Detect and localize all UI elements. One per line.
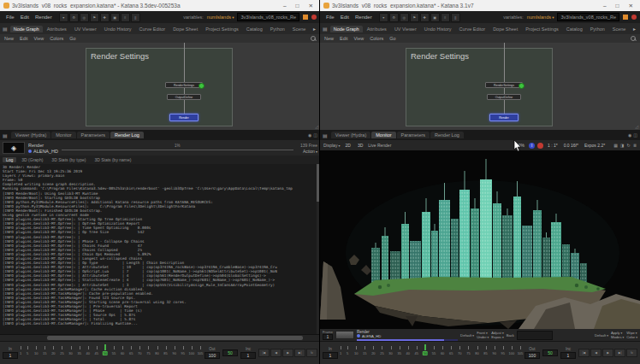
render-node-field[interactable]: 3v3Islands_v08_rocks_Re — [557, 13, 619, 21]
pane-resize-handle[interactable]: ◿ — [635, 124, 638, 129]
add-icon[interactable]: ✚ — [420, 13, 430, 22]
split-view-icon[interactable]: ◨ — [620, 143, 625, 148]
step-back-icon[interactable]: ◀ — [590, 349, 601, 357]
timeline-ruler[interactable]: 1510152025303540455055606570758085909510… — [341, 344, 522, 361]
stop-render-icon[interactable] — [311, 15, 317, 20]
add-icon[interactable]: ✚ — [100, 13, 110, 22]
action-dropdown[interactable]: Action — [303, 149, 317, 154]
nodegraph-menu-item[interactable]: Colors — [50, 36, 63, 41]
current-frame-marker[interactable] — [424, 344, 426, 350]
pane-tab[interactable]: Python — [267, 26, 288, 32]
view-flag-dot[interactable] — [519, 83, 524, 89]
render-thumbnail[interactable]: ◈ — [3, 142, 25, 154]
panel-tab[interactable]: Parameters — [77, 132, 110, 138]
timeline-ruler[interactable]: 1510152025303540455055606570758085909510… — [21, 344, 202, 361]
tab-overflow-icon[interactable]: ▸ — [631, 26, 637, 32]
minimize-button[interactable]: – — [280, 3, 290, 9]
panel-tab[interactable]: Render Log — [430, 132, 464, 138]
pane-tab[interactable]: Node Graph — [330, 26, 363, 32]
catalog-empty-slot[interactable] — [517, 331, 553, 340]
variables-dropdown[interactable]: numIslands — [205, 15, 236, 20]
pane-tab[interactable]: Catalog — [563, 26, 586, 32]
pane-tab[interactable]: Node Graph — [10, 26, 43, 32]
log-tab[interactable]: 3D Stats (by name) — [91, 157, 134, 162]
pane-tab[interactable]: Catalog — [243, 26, 266, 32]
back-label[interactable]: Back — [507, 333, 514, 338]
play-icon[interactable]: ▶ — [602, 349, 613, 357]
log-tab[interactable]: 3D (Graph) — [18, 157, 46, 162]
view-flag-dot[interactable] — [199, 83, 204, 89]
exposure-value[interactable]: 0.0 16f* — [562, 143, 580, 148]
pane-tab[interactable]: Project Settings — [202, 26, 242, 32]
split-pane-icon[interactable]: ◫ — [313, 132, 317, 138]
gear-icon[interactable]: ⚙ — [389, 13, 399, 22]
flipbook-icon[interactable]: ▦ — [613, 143, 618, 148]
pin-icon[interactable]: ◉ — [308, 132, 311, 138]
list-icon[interactable]: ≡ — [441, 13, 450, 22]
mode-2d-button[interactable]: 2D — [344, 143, 353, 148]
mode-3d-button[interactable]: 3D — [356, 143, 364, 148]
in-frame-field[interactable]: In 1 — [3, 347, 18, 359]
stop-render-button[interactable] — [537, 143, 543, 149]
jump-end-icon[interactable]: ▶| — [294, 349, 305, 357]
pause-render-icon[interactable]: || — [451, 13, 460, 22]
nodegraph-menu-item[interactable]: Go — [389, 36, 395, 41]
titlebar[interactable]: 3v3Islands_v08_rocks_expansion.katana* -… — [320, 0, 640, 11]
current-frame-field[interactable]: 50 — [542, 349, 558, 356]
panel-tab[interactable]: Viewer (Hydra) — [11, 132, 51, 138]
menu-item[interactable]: Render — [353, 15, 375, 20]
titlebar[interactable]: 3v3Islands_v08_rocks_expansion.katana* -… — [0, 0, 320, 11]
minimize-button[interactable]: – — [600, 3, 610, 9]
panel-tab[interactable]: Parameters — [397, 132, 430, 138]
jump-start-icon[interactable]: |◀ — [258, 349, 270, 357]
frame-field[interactable]: Frame 1 — [323, 330, 333, 340]
expos-dropdown[interactable]: Expos — [491, 335, 503, 339]
pane-menu-icon[interactable]: ▤ — [3, 132, 8, 138]
display-dropdown[interactable]: Display — [323, 143, 341, 148]
variables-dropdown[interactable]: numIslands — [525, 15, 556, 20]
out-frame-field[interactable]: Out 100 — [204, 347, 220, 359]
layers-icon[interactable]: ≣ — [633, 143, 637, 148]
pause-render-icon[interactable]: || — [131, 13, 140, 22]
menu-item[interactable]: File — [323, 15, 337, 20]
pane-tab[interactable]: Project Settings — [522, 26, 562, 32]
list-icon[interactable]: ≡ — [121, 13, 130, 22]
in-frame-field[interactable]: In 1 — [323, 347, 338, 359]
jump-start-icon[interactable]: |◀ — [578, 349, 590, 357]
render-catalog-entry[interactable]: Render ALENA_HD — [357, 330, 458, 341]
pane-tab[interactable]: Python — [587, 26, 608, 32]
render-log-output[interactable]: 3D Render: RenderStart Time: Fri Dec 13 … — [0, 164, 320, 334]
nodegraph-menu-item[interactable]: New — [324, 36, 334, 41]
monitor-viewport[interactable] — [320, 150, 640, 329]
close-button[interactable]: ✕ — [305, 3, 317, 9]
maximize-button[interactable]: □ — [613, 3, 623, 9]
nodegraph-menu-item[interactable]: View — [354, 36, 364, 41]
node-graph-canvas[interactable]: Render Settings RenderSettings OutputDef… — [320, 43, 640, 130]
node-rendersettings[interactable]: RenderSettings — [485, 82, 523, 88]
compare-default-dropdown[interactable]: Default — [595, 333, 608, 338]
grid-icon[interactable]: ▣ — [430, 13, 440, 22]
node-rendersettings[interactable]: RenderSettings — [165, 82, 203, 88]
pane-menu-icon[interactable]: ▤ — [323, 26, 328, 32]
pane-tab[interactable]: Scene — [289, 26, 310, 32]
pane-menu-icon[interactable]: ▤ — [3, 26, 8, 32]
stop-render-icon[interactable] — [631, 15, 637, 20]
nodegraph-menu-item[interactable]: View — [34, 36, 44, 41]
panel-tab[interactable]: Render Log — [110, 132, 144, 138]
loop-icon[interactable]: ↻ — [306, 349, 317, 357]
node-dropdown-icon[interactable]: ▾ — [379, 13, 388, 22]
maximize-button[interactable]: □ — [293, 3, 303, 9]
nodegraph-menu-item[interactable]: Edit — [20, 36, 27, 41]
node-dropdown-icon[interactable]: ▾ — [59, 13, 68, 22]
pane-tab[interactable]: Dope Sheet — [169, 26, 201, 32]
split-pane-icon[interactable]: ◫ — [633, 132, 637, 138]
color-dropdown[interactable]: Color — [626, 335, 637, 339]
menu-item[interactable]: File — [3, 15, 17, 20]
flag-icon[interactable]: ⚑ — [410, 13, 419, 22]
out-frame-field[interactable]: Out 100 — [524, 347, 540, 359]
refresh-icon[interactable]: ↻ — [627, 143, 631, 148]
snapshot-icon[interactable]: ◎ — [400, 13, 409, 22]
pane-menu-icon[interactable]: ▤ — [323, 132, 328, 138]
render-settings-group[interactable]: Render Settings — [86, 48, 233, 126]
render-settings-group[interactable]: Render Settings — [406, 48, 553, 126]
